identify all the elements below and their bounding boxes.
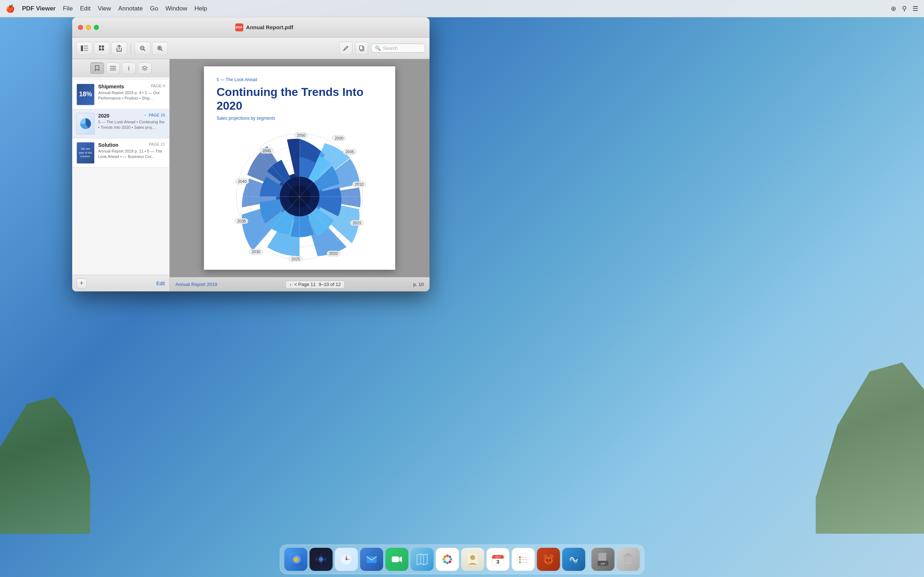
svg-line-23 [142,69,145,70]
dock-facetime[interactable] [386,548,409,571]
svg-rect-7 [102,48,104,50]
svg-point-62 [450,558,452,561]
sidebar-toolbar [72,59,169,77]
sidebar-results-list: 18% Shipments PAGE 4 Annual Report 2019 … [72,77,169,275]
search-box[interactable]: 🔍 Search [371,44,425,53]
add-bookmark-button[interactable]: + [76,279,87,288]
dock-mail[interactable] [360,548,383,571]
pdf-page-number: p. 10 [413,282,424,287]
sidebar-result-shipments[interactable]: 18% Shipments PAGE 4 Annual Report 2019 … [72,80,169,109]
pdf-footer: Annual Report 2019 ‹ < Page 11 9–10 of 1… [170,277,430,292]
sidebar-result-solution[interactable]: We are part of the solution. Solution PA… [72,139,169,168]
page-nav-label: < Page 11 [294,282,316,287]
result-page-solution: PAGE 11 [149,142,165,147]
svg-text:XIP: XIP [601,562,605,566]
annotate-button[interactable] [339,42,352,55]
svg-text:OCT: OCT [495,556,501,558]
label-2005: 2005 [343,149,357,155]
share-button[interactable] [111,42,127,55]
svg-text:3: 3 [496,559,499,565]
zoom-in-button[interactable] [152,42,168,55]
svg-point-66 [449,561,451,563]
close-button[interactable] [78,25,83,30]
label-2020: 2020 [327,251,340,256]
svg-marker-22 [142,66,147,69]
dock-separator [588,550,589,568]
dock-trash[interactable] [617,548,640,571]
svg-point-65 [444,561,446,563]
minimize-button[interactable] [86,25,91,30]
svg-point-20 [128,66,129,68]
svg-rect-6 [99,48,101,50]
zoom-out-button[interactable] [135,42,150,55]
pdf-page-view: 5 — The Look Ahead Continuing the Trends… [170,59,430,277]
sidebar-info-tab[interactable] [122,62,136,74]
menu-go[interactable]: Go [150,5,158,12]
title-bar: PDF Annual Report.pdf [72,17,430,37]
sidebar-list-tab[interactable] [106,62,120,74]
svg-marker-88 [606,553,609,555]
dock-contacts[interactable] [461,548,485,571]
menu-file[interactable]: File [63,5,73,12]
label-2040: 2040 [235,179,249,184]
sidebar-bookmarks-tab[interactable] [90,62,104,74]
dock-xip[interactable]: XIP [591,548,615,571]
dock-photos[interactable] [436,548,459,571]
sidebar-result-2020[interactable]: 2020 → PAGE 10 5 — The Look Ahead • Cont… [72,109,169,139]
menu-app-name[interactable]: PDF Viewer [22,5,56,12]
pdf-section-label: 5 — The Look Ahead [216,77,383,82]
svg-rect-4 [99,45,101,48]
svg-point-61 [443,558,445,561]
menu-view[interactable]: View [98,5,111,12]
svg-rect-3 [84,50,88,51]
copy-button[interactable] [355,42,368,55]
sidebar-toggle-button[interactable] [76,42,92,55]
svg-point-58 [446,558,449,561]
grid-view-button[interactable] [94,42,110,55]
dock: 🙂 [280,545,645,574]
svg-point-63 [444,556,446,558]
apple-menu[interactable]: 🍎 [6,4,15,13]
prev-page-button[interactable]: ‹ [289,282,291,287]
dock-reminders[interactable] [512,548,535,571]
maximize-button[interactable] [94,25,99,30]
2020-chart-icon [80,118,91,129]
window-title: Annual Report.pdf [246,24,294,30]
result-arrow-icon: → [143,113,147,117]
svg-rect-5 [102,45,104,48]
menu-window[interactable]: Window [165,5,187,12]
sales-projection-chart: .ring1 { fill: #1a3a8a; opacity: 0.9; } … [231,128,368,265]
page-indicator: ‹ < Page 11 9–10 of 12 [286,280,345,288]
search-icon: 🔍 [375,45,381,51]
dock-maps[interactable] [411,548,434,571]
label-2015: 2015 [350,220,364,226]
dock-safari[interactable] [335,548,358,571]
svg-point-64 [449,556,451,558]
dock-bear[interactable] [537,548,560,571]
dock-airflow[interactable] [562,548,585,571]
edit-bookmarks-button[interactable]: Edit [156,280,165,286]
svg-rect-92 [624,555,633,556]
svg-rect-53 [392,556,399,562]
control-center-icon[interactable]: ☰ [913,5,918,13]
dock-finder[interactable]: 🙂 [284,548,307,571]
dock-launchpad[interactable] [310,548,333,571]
pdf-paper: 5 — The Look Ahead Continuing the Trends… [204,66,395,270]
main-content: 18% Shipments PAGE 4 Annual Report 2019 … [72,59,430,292]
menu-help[interactable]: Help [195,5,207,12]
dock-calendar[interactable]: 3 OCT [486,548,510,571]
label-2000: 2000 [332,135,346,141]
svg-point-85 [549,559,551,561]
label-2025: 2025 [289,256,302,262]
svg-point-68 [470,555,475,560]
svg-point-60 [446,562,449,564]
svg-line-24 [145,69,147,70]
menu-edit[interactable]: Edit [80,5,90,12]
wifi-icon: ⊛ [891,5,896,13]
search-icon[interactable]: ⚲ [902,5,907,13]
sidebar-layers-tab[interactable] [138,62,152,74]
result-title-shipments: Shipments [98,84,124,89]
menu-annotate[interactable]: Annotate [118,5,142,12]
toolbar: 🔍 Search [72,37,430,59]
search-placeholder: Search [383,45,398,51]
